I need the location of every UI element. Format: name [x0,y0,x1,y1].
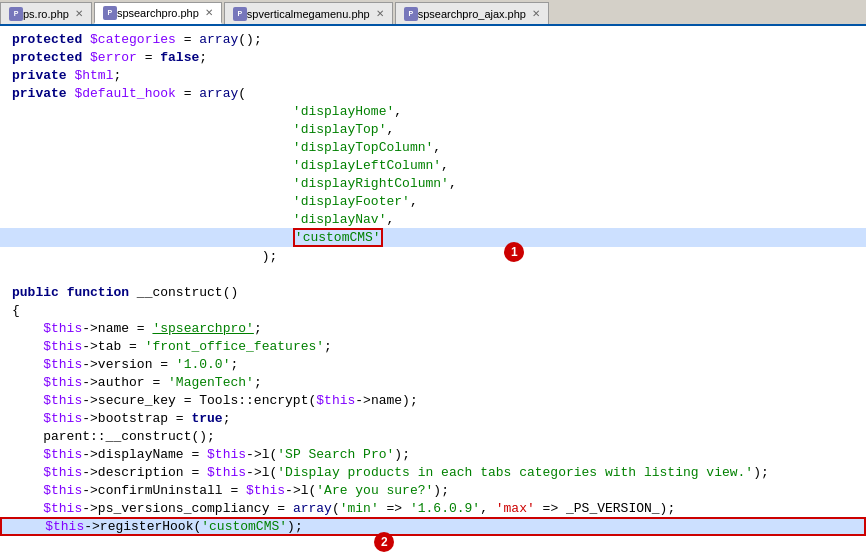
code-line-27: $this->ps_versions_compliancy = array('m… [0,499,866,517]
tab-label: ps.ro.php [23,8,69,20]
code-line-22: $this->bootstrap = true; [0,409,866,427]
tab-label: spsearchpro.php [117,7,199,19]
close-icon[interactable]: ✕ [75,8,83,19]
code-line-23: parent::__construct(); [0,427,866,445]
code-line-14 [0,265,866,283]
code-line-7: 'displayTopColumn', [0,138,866,156]
close-icon[interactable]: ✕ [376,8,384,19]
code-line-4: private $default_hook = array( [0,84,866,102]
close-icon[interactable]: ✕ [205,7,213,18]
code-line-18: $this->tab = 'front_office_features'; [0,337,866,355]
tab-label: spverticalmegamenu.php [247,8,370,20]
code-line-8: 'displayLeftColumn', [0,156,866,174]
code-line-24: $this->displayName = $this->l('SP Search… [0,445,866,463]
editor-container: protected $categories = array(); protect… [0,26,866,553]
code-line-5: 'displayHome', [0,102,866,120]
code-line-9: 'displayRightColumn', [0,174,866,192]
close-icon[interactable]: ✕ [532,8,540,19]
code-line-1: protected $categories = array(); [0,30,866,48]
code-line-19: $this->version = '1.0.0'; [0,355,866,373]
code-line-13: ); [0,247,866,265]
tab-bar: P ps.ro.php ✕ P spsearchpro.php ✕ P spve… [0,0,866,26]
php-icon: P [404,7,418,21]
code-line-12-highlighted: 'customCMS' 1 [0,228,866,247]
php-icon: P [9,7,23,21]
php-icon: P [103,6,117,20]
tab-spsearchpro[interactable]: P spsearchpro.php ✕ [94,2,222,24]
php-icon: P [233,7,247,21]
code-line-17: $this->name = 'spsearchpro'; [0,319,866,337]
tab-label: spsearchpro_ajax.php [418,8,526,20]
tab-spsearchpro-ajax[interactable]: P spsearchpro_ajax.php ✕ [395,2,549,24]
code-line-20: $this->author = 'MagenTech'; [0,373,866,391]
code-editor[interactable]: protected $categories = array(); protect… [0,26,866,553]
kw-protected: protected [12,32,82,47]
code-line-16: { [0,301,866,319]
code-line-6: 'displayTop', [0,120,866,138]
code-line-11: 'displayNav', [0,210,866,228]
badge-1: 1 [442,227,524,277]
code-line-10: 'displayFooter', [0,192,866,210]
code-line-26: $this->confirmUninstall = $this->l('Are … [0,481,866,499]
code-line-15: public function __construct() [0,283,866,301]
code-line-21: $this->secure_key = Tools::encrypt($this… [0,391,866,409]
badge-2: 2 [312,517,394,553]
tab-ps-ro[interactable]: P ps.ro.php ✕ [0,2,92,24]
code-line-2: protected $error = false; [0,48,866,66]
tab-spverticalmegamenu[interactable]: P spverticalmegamenu.php ✕ [224,2,393,24]
customcms-highlight-box: 'customCMS' [293,228,383,247]
code-line-3: private $html; [0,66,866,84]
code-line-28-highlighted: $this->registerHook('customCMS'); 2 [0,517,866,536]
code-line-25: $this->description = $this->l('Display p… [0,463,866,481]
